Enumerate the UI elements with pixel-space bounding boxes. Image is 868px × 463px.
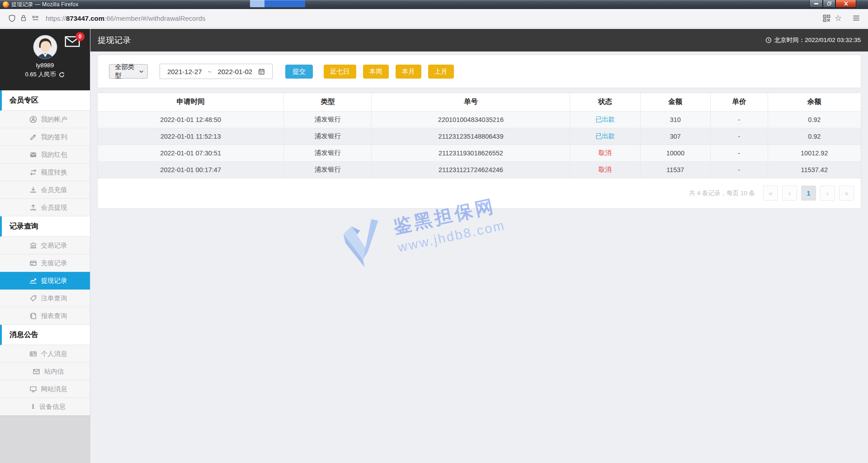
calendar-icon: [258, 68, 265, 75]
firefox-icon: [3, 1, 9, 8]
deposit-download-icon: [29, 186, 37, 194]
status-badge: 取消: [570, 161, 640, 178]
last-page-button[interactable]: »: [839, 186, 854, 201]
sidebar-item-bet-query[interactable]: 注单查询: [0, 290, 90, 307]
window-titlebar: 提现记录 — Mozilla Firefox: [0, 0, 868, 9]
submit-button[interactable]: 提交: [285, 65, 313, 79]
tags-icon: [29, 295, 37, 302]
url-prefix: https://: [46, 14, 66, 22]
status-badge: 已出款: [570, 128, 640, 145]
prev-page-button[interactable]: ‹: [782, 186, 797, 201]
clock-icon: [765, 37, 772, 43]
type-select[interactable]: 全部类型: [109, 64, 148, 79]
table-row: 2022-01-01 11:52:13 浦发银行 211231235148806…: [98, 128, 861, 145]
swap-arrows-icon: [29, 168, 37, 176]
mail-button[interactable]: 0: [65, 36, 80, 49]
sidebar-item-withdraw[interactable]: 会员提现: [0, 199, 90, 216]
close-icon: [844, 1, 849, 6]
envelope-icon: [33, 368, 40, 375]
sidebar-item-my-account[interactable]: 我的帐户: [0, 111, 90, 128]
pagination: 共 4 条记录，每页 10 条 « ‹ 1 › »: [98, 178, 861, 208]
last-7-days-button[interactable]: 近七日: [324, 65, 356, 79]
date-range-input[interactable]: 2021-12-27 ~ 2022-01-02: [160, 64, 273, 79]
browser-toolbar: https://873447.com:66/member/#/withdrawa…: [0, 9, 868, 28]
menu-hamburger-icon[interactable]: [850, 12, 862, 24]
qr-code-icon[interactable]: [821, 12, 832, 24]
col-balance: 余额: [768, 93, 861, 111]
withdrawal-records-table: 申请时间 类型 单号 状态 金额 单价 余额 2022-01-0: [98, 93, 861, 178]
sidebar-item-withdrawal-records[interactable]: 提现记录: [0, 272, 90, 290]
chevron-down-icon: [139, 70, 143, 73]
status-badge: 取消: [570, 145, 640, 161]
date-end: 2022-01-02: [217, 68, 252, 75]
page-header: 提现记录 北京时间：2022/01/02 03:32:35: [90, 29, 868, 51]
monitor-icon: [29, 385, 37, 393]
pencil-icon: [29, 133, 37, 141]
sidebar: 0 ly8989 0.65 人民币 会员专区 我的帐户 我的签到: [0, 29, 90, 463]
chart-line-icon: [29, 277, 37, 285]
restore-button[interactable]: [823, 0, 835, 8]
refresh-balance-icon[interactable]: [59, 72, 65, 78]
last-month-button[interactable]: 上月: [428, 65, 454, 79]
next-page-button[interactable]: ›: [820, 186, 835, 201]
credit-card-icon: [29, 259, 37, 267]
close-button[interactable]: [835, 0, 856, 8]
permissions-icon[interactable]: [29, 12, 41, 24]
this-month-button[interactable]: 本月: [396, 65, 421, 79]
sidebar-item-deposit[interactable]: 会员充值: [0, 181, 90, 199]
table-row: 2022-01-01 12:48:50 浦发银行 220101004834035…: [98, 111, 861, 128]
lock-icon[interactable]: [18, 12, 29, 24]
id-card-icon: [29, 350, 37, 358]
username: ly8989: [36, 62, 54, 69]
col-order-no: 单号: [372, 93, 570, 111]
url-path: :66/member/#/withdrawalRecords: [104, 14, 205, 22]
info-icon: i: [31, 402, 35, 411]
user-circle-icon: [29, 116, 37, 123]
table-row: 2022-01-01 07:30:51 浦发银行 211231193018626…: [98, 145, 861, 161]
status-badge: 已出款: [570, 111, 640, 128]
sidebar-item-device-info[interactable]: i 设备信息: [0, 398, 90, 416]
this-week-button[interactable]: 本周: [363, 65, 389, 79]
background-window-fragment: [250, 0, 305, 7]
sidebar-item-site-mail[interactable]: 站内信: [0, 363, 90, 380]
sidebar-item-deposit-records[interactable]: 充值记录: [0, 254, 90, 272]
avatar[interactable]: [33, 35, 57, 59]
bank-icon: [29, 242, 37, 249]
sidebar-item-red-packet[interactable]: 我的红包: [0, 146, 90, 164]
report-file-icon: [29, 312, 37, 320]
date-start: 2021-12-27: [167, 68, 202, 75]
page-title: 提现记录: [98, 35, 131, 46]
url-bar[interactable]: https://873447.com:66/member/#/withdrawa…: [46, 14, 206, 22]
col-type: 类型: [284, 93, 372, 111]
restore-icon: [827, 1, 832, 6]
table-row: 2022-01-01 00:17:47 浦发银行 211231121724624…: [98, 161, 861, 178]
sidebar-item-report-query[interactable]: 报表查询: [0, 307, 90, 325]
profile-panel: 0 ly8989 0.65 人民币: [0, 29, 90, 90]
tracking-shield-icon[interactable]: [6, 12, 18, 24]
col-apply-time: 申请时间: [98, 93, 284, 111]
filter-panel: 全部类型 2021-12-27 ~ 2022-01-02 提交 近七日 本周 本…: [97, 55, 861, 88]
minimize-button[interactable]: [809, 0, 823, 8]
date-separator: ~: [208, 68, 212, 75]
window-title: 提现记录 — Mozilla Firefox: [11, 1, 78, 9]
sidebar-item-personal-messages[interactable]: 个人消息: [0, 345, 90, 363]
main-content: 提现记录 北京时间：2022/01/02 03:32:35 全部类型 2021-…: [90, 29, 868, 463]
sidebar-section-messages: 消息公告: [0, 325, 90, 345]
first-page-button[interactable]: «: [763, 186, 778, 201]
sidebar-section-records: 记录查询: [0, 216, 90, 237]
withdraw-upload-icon: [29, 204, 37, 211]
browser-window: 提现记录 — Mozilla Firefox: [0, 0, 868, 463]
sidebar-item-site-messages[interactable]: 网站消息: [0, 380, 90, 398]
sidebar-item-transaction-records[interactable]: 交易记录: [0, 237, 90, 254]
sidebar-section-member: 会员专区: [0, 90, 90, 111]
bookmark-star-icon[interactable]: ☆: [832, 12, 844, 24]
col-status: 状态: [570, 93, 640, 111]
watermark-logo: [333, 211, 393, 271]
sidebar-item-my-checkin[interactable]: 我的签到: [0, 128, 90, 146]
mail-badge: 0: [75, 32, 85, 41]
records-summary: 共 4 条记录，每页 10 条: [689, 189, 755, 197]
url-domain: 873447.com: [66, 14, 104, 22]
sidebar-item-quota-transfer[interactable]: 额度转换: [0, 164, 90, 181]
balance: 0.65 人民币: [25, 70, 56, 79]
page-1-button[interactable]: 1: [801, 186, 816, 201]
